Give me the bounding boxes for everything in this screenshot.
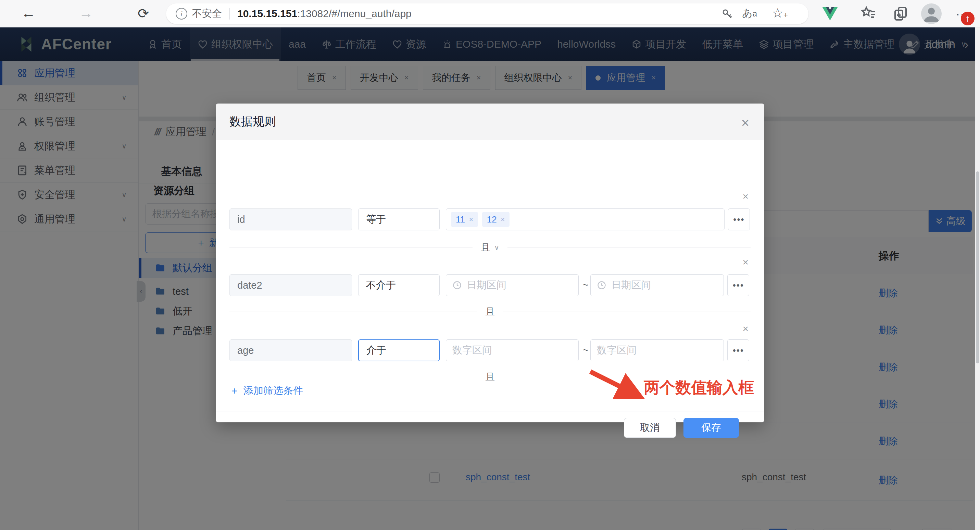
browser-profile-avatar[interactable] — [921, 3, 942, 24]
key-icon[interactable] — [721, 8, 733, 20]
url-host: 10.15.15.151 — [237, 8, 297, 19]
condition-row-age: age 介于 数字区间 ~ 数字区间 ••• — [229, 339, 749, 361]
more-options-button[interactable]: ••• — [727, 339, 749, 361]
not-secure-label: 不安全 — [192, 7, 222, 21]
tag-close-icon[interactable]: × — [501, 216, 505, 223]
value-tag[interactable]: 11× — [451, 212, 478, 227]
remove-condition-icon[interactable]: × — [742, 257, 749, 267]
address-bar[interactable]: i 不安全 10.15.15.151 :13082/#/menu_auth/ap… — [166, 3, 808, 24]
condition-row-id: id 等于 11× 12× ••• — [229, 208, 750, 230]
field-input-age[interactable]: age — [229, 339, 352, 361]
logic-connector-and: 且 — [229, 370, 751, 383]
favorites-bar-icon[interactable] — [860, 5, 877, 22]
plus-icon: ＋ — [229, 384, 239, 398]
value-tags-input[interactable]: 11× 12× — [446, 208, 725, 230]
date-range-start-input[interactable]: 日期区间 — [446, 274, 579, 296]
url-path: :13082/#/menu_auth/app — [297, 8, 412, 19]
chevron-down-icon: ∨ — [494, 243, 499, 252]
update-badge-icon[interactable]: ↑ — [961, 12, 975, 26]
scrollbar-thumb[interactable] — [976, 171, 979, 363]
add-condition-link[interactable]: ＋ 添加筛选条件 — [229, 384, 303, 398]
date-range-end-input[interactable]: 日期区间 — [590, 274, 724, 296]
number-range-end-input[interactable]: 数字区间 — [590, 339, 724, 361]
logic-connector-and: 且 — [229, 305, 751, 318]
modal-footer: 取消 保存 — [624, 418, 739, 438]
number-range-start-input[interactable]: 数字区间 — [446, 339, 579, 361]
app-viewport: AFCenter 首页 组织权限中心 aaa 工作流程 资源 EOS8- — [0, 27, 980, 530]
value-tag[interactable]: 12× — [482, 212, 510, 227]
translate-icon[interactable]: あa — [742, 6, 757, 20]
modal-header: 数据规则 — [216, 104, 764, 140]
page-scrollbar[interactable] — [975, 27, 980, 530]
operator-select-between[interactable]: 介于 — [358, 339, 440, 361]
more-options-button[interactable]: ••• — [728, 208, 750, 230]
remove-condition-icon[interactable]: × — [742, 324, 749, 334]
modal-title: 数据规则 — [229, 114, 276, 129]
data-rules-modal: 数据规则 × × id 等于 11× 12× ••• 且 ∨ × — [216, 104, 764, 422]
field-input-id[interactable]: id — [229, 208, 352, 230]
page-info-icon[interactable]: i — [176, 8, 187, 19]
browser-reload-icon[interactable]: ⟳ — [138, 5, 149, 21]
vue-devtools-icon[interactable] — [822, 5, 838, 22]
collections-icon[interactable] — [892, 5, 909, 22]
operator-select-not-between[interactable]: 不介于 — [358, 274, 440, 296]
browser-back-icon[interactable]: ← — [21, 5, 36, 21]
range-tilde: ~ — [583, 345, 588, 356]
save-button[interactable]: 保存 — [684, 418, 739, 438]
operator-select-equals[interactable]: 等于 — [358, 208, 440, 230]
cancel-button[interactable]: 取消 — [624, 418, 676, 438]
browser-toolbar: ← → ⟳ i 不安全 10.15.15.151 :13082/#/menu_a… — [0, 0, 980, 27]
bookmark-star-icon[interactable]: ☆+ — [772, 5, 788, 21]
range-tilde: ~ — [583, 280, 588, 291]
clock-icon — [597, 281, 606, 290]
more-options-button[interactable]: ••• — [727, 274, 749, 296]
logic-connector-and[interactable]: 且 ∨ — [229, 241, 751, 254]
condition-row-date2: date2 不介于 日期区间 ~ 日期区间 ••• — [229, 274, 749, 296]
modal-close-icon[interactable]: × — [741, 116, 749, 129]
browser-forward-icon[interactable]: → — [79, 5, 93, 21]
remove-condition-icon[interactable]: × — [742, 191, 749, 201]
field-input-date2[interactable]: date2 — [229, 274, 352, 296]
address-divider — [229, 8, 230, 19]
tag-close-icon[interactable]: × — [469, 216, 473, 223]
clock-icon — [452, 281, 462, 290]
